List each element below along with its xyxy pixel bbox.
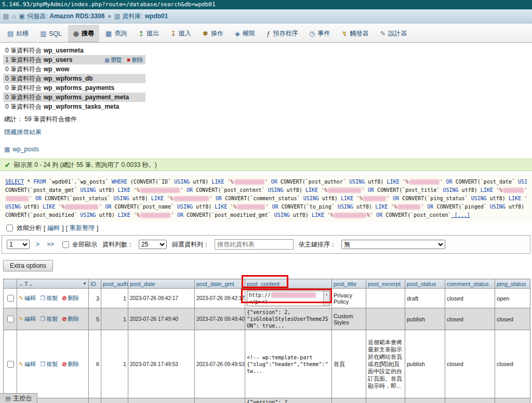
sql-text: OR — [102, 204, 111, 210]
hide-search-results-link[interactable]: 隱藏搜尋結果 — [4, 128, 42, 137]
sql-text: OR — [183, 187, 193, 193]
sql-text: utf8) — [459, 187, 481, 193]
bracket: ] — [97, 225, 98, 232]
refresh-link[interactable]: 重新整理 — [70, 224, 95, 232]
scroll-down-icon[interactable]: ▾ — [325, 299, 327, 306]
post-content-inline-editor[interactable]: http://</p><!--▴▾ — [247, 291, 330, 306]
row-delete-link[interactable]: ⊘刪除 — [62, 295, 79, 301]
profiling-checkbox[interactable] — [6, 225, 13, 231]
tab-operations[interactable]: ✱操作 — [197, 25, 229, 42]
sql-text: utf8) — [96, 187, 118, 193]
column-header-post_excerpt[interactable]: post_excerpt — [366, 279, 405, 289]
cell-post-content[interactable]: {"version": 2, "isGlobalStylesUserThemeJ… — [245, 308, 332, 330]
match-row: 0 筆資料符合wp_wpforms_tasks_meta — [3, 102, 145, 111]
column-header-ping_status[interactable]: ping_status — [495, 279, 530, 289]
results-table-body: ✎編輯 ❐複製 ⊘刪除 3 1 2023-07-26 09:42:17 2023… — [4, 289, 530, 403]
sql-text: utf8) — [353, 204, 375, 210]
sql-text: LIKE — [215, 204, 227, 210]
delete-label: 刪除 — [68, 361, 79, 367]
match-table-name: wp_wpforms_payment_meta — [44, 94, 129, 101]
sort-descending-icon: ▼ — [83, 281, 87, 286]
column-header-comment_status[interactable]: comment_status — [445, 279, 495, 289]
tab-structure[interactable]: ▤結構 — [2, 25, 34, 42]
sql-line: CONVERT(`post_modified` USING utf8) LIKE… — [5, 211, 527, 219]
page-url: 5.146.93/phpMyAdmin/index.php?route=/dat… — [2, 1, 216, 8]
editor-scrollbar[interactable]: ▴▾ — [323, 291, 329, 306]
browse-link[interactable]: ▦瀏覽 — [104, 56, 122, 64]
sql-text: OR — [212, 196, 222, 201]
row-copy-link[interactable]: ❐複製 — [40, 316, 58, 322]
column-header-post_content[interactable]: post_content — [245, 279, 332, 289]
scroll-up-icon[interactable]: ▴ — [325, 291, 327, 298]
sql-text: CONVERT(`ping_status` — [399, 196, 471, 201]
sort-key-select[interactable]: 無 — [341, 240, 445, 249]
wp-posts-table-link[interactable]: ▦ wp_posts — [4, 146, 39, 153]
row-edit-link[interactable]: ✎編輯 — [19, 295, 36, 301]
row-delete-link[interactable]: ⊘刪除 — [62, 316, 79, 322]
header-select-cell — [4, 279, 17, 289]
browser-address-bar[interactable]: 5.146.93/phpMyAdmin/index.php?route=/dat… — [0, 0, 532, 9]
page-select[interactable]: 1 — [7, 240, 30, 249]
tab-label: 操作 — [211, 29, 223, 38]
sql-text: USING — [81, 212, 96, 218]
inline-edit-link[interactable]: 編輯 — [47, 224, 60, 232]
tab-export[interactable]: ↥匯出 — [133, 25, 164, 42]
sql-text: '% — [164, 196, 173, 201]
sql-text: utf8) — [365, 179, 387, 185]
tab-import[interactable]: ↧匯入 — [165, 25, 196, 42]
cell-post-content[interactable]: <!-- wp:template-part {"slug":"header","… — [245, 330, 332, 398]
privileges-icon: ◈ — [235, 30, 240, 37]
column-header-post_author[interactable]: post_author — [101, 279, 128, 289]
column-header-post_title[interactable]: post_title — [332, 279, 366, 289]
sql-text: CONVERT(`post_content` — [193, 187, 268, 193]
delete-link[interactable]: ✖刪除 — [127, 56, 143, 64]
extra-options-button[interactable]: Extra options — [3, 260, 53, 271]
breadcrumb-database[interactable]: ▥ 資料庫: wpdb01 — [114, 12, 168, 21]
results-table: ←T→ ▼ IDpost_authorpost_datepost_date_gm… — [3, 279, 530, 403]
filter-rows-input[interactable] — [215, 239, 294, 250]
nav-panel-toggle-icon[interactable]: ▤ — [3, 12, 9, 20]
sql-text: OR — [32, 196, 42, 201]
column-header-ID[interactable]: ID — [89, 279, 101, 289]
last-page-button[interactable]: >> — [46, 241, 55, 248]
row-delete-link[interactable]: ⊘刪除 — [62, 361, 79, 367]
tab-query[interactable]: ▦查詢 — [100, 25, 132, 42]
redacted-text — [409, 179, 440, 185]
console-toggle[interactable]: ▤ 主控台 — [0, 393, 37, 403]
column-header-post_date_gmt[interactable]: post_date_gmt — [195, 279, 245, 289]
sql-text: CONVERT(`post_title` — [374, 187, 443, 193]
tab-events[interactable]: ◷事件 — [304, 25, 335, 42]
cell-post-author: 1 — [101, 308, 128, 330]
rows-count-select[interactable]: 25 — [139, 240, 167, 249]
home-icon[interactable]: ⌂ — [12, 12, 16, 20]
tab-designer[interactable]: ✎設計器 — [375, 25, 412, 42]
tab-sql[interactable]: ▥SQL — [35, 25, 66, 42]
tab-triggers[interactable]: ↯觸發器 — [337, 25, 374, 42]
column-header-post_status[interactable]: post_status — [405, 279, 445, 289]
row-checkbox[interactable] — [7, 295, 14, 302]
breadcrumb-server[interactable]: ▣ 伺服器: Amazon RDS:3306 — [19, 12, 105, 21]
row-copy-link[interactable]: ❐複製 — [40, 295, 58, 301]
tab-bar: ▤結構▥SQL◉搜尋▦查詢↥匯出↧匯入✱操作◈權限ƒ預存程序◷事件↯觸發器✎設計… — [0, 23, 532, 43]
show-all-checkbox[interactable] — [62, 241, 69, 248]
row-edit-link[interactable]: ✎編輯 — [19, 316, 36, 322]
header-options-cell[interactable]: ←T→ ▼ — [17, 279, 89, 289]
row-edit-link[interactable]: ✎編輯 — [19, 361, 36, 367]
sql-text: LIKE — [211, 179, 224, 185]
tab-search[interactable]: ◉搜尋 — [68, 25, 99, 42]
cell-comment-status — [445, 398, 495, 403]
tab-privileges[interactable]: ◈權限 — [230, 25, 260, 42]
cell-post-content[interactable]: http://</p><!--▴▾ — [245, 289, 332, 308]
tab-routines[interactable]: ƒ預存程序 — [261, 25, 303, 42]
filter-rows-label: 篩選資料列： — [172, 240, 209, 249]
profiling-label: 效能分析 — [17, 224, 42, 232]
column-header-post_date[interactable]: post_date — [128, 279, 195, 289]
row-checkbox[interactable] — [7, 361, 14, 368]
pagination-bar: 1 > >> 全部顯示 資料列數： 25 篩選資料列： 依主鍵排序： 無 — [2, 235, 530, 254]
cell-comment-status: closed — [445, 308, 495, 330]
cell-post-content[interactable]: {"version": 2, — [245, 398, 332, 403]
row-checkbox[interactable] — [7, 316, 14, 322]
row-select-cell — [4, 308, 17, 330]
row-copy-link[interactable]: ❐複製 — [40, 361, 58, 367]
next-page-button[interactable]: > — [35, 241, 41, 248]
